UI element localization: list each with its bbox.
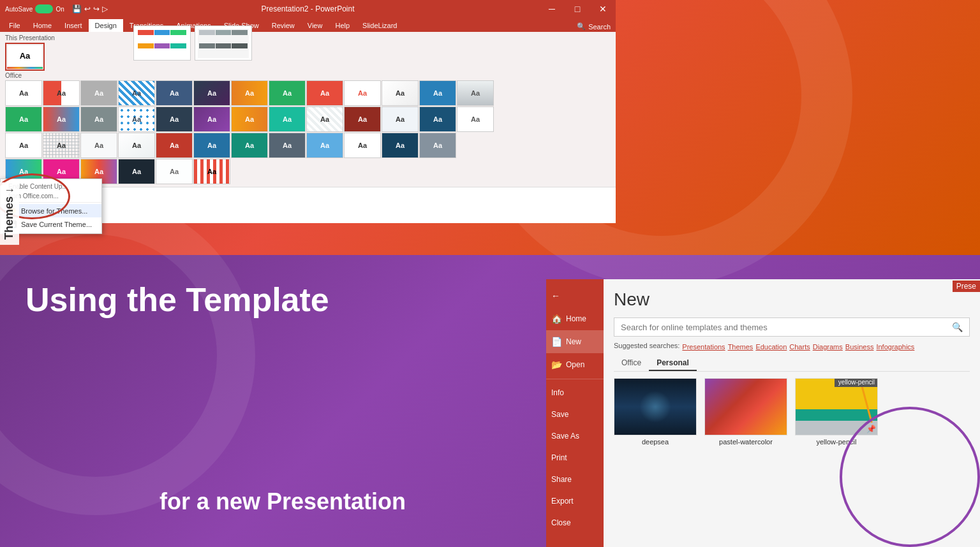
theme-mint1[interactable]: Aa — [269, 106, 306, 132]
sidebar-item-share[interactable]: Share — [546, 469, 604, 490]
theme-dark1[interactable]: Aa — [193, 80, 230, 106]
theme-navy2[interactable]: Aa — [382, 133, 419, 158]
theme-purple1[interactable]: Aa — [193, 106, 230, 132]
yellow-pencil-tooltip: yellow-pencil — [835, 378, 878, 387]
tag-infographics[interactable]: Infographics — [876, 343, 914, 351]
redo-icon[interactable]: ↪ — [93, 4, 100, 13]
this-pres-label: This Presentation — [5, 34, 55, 41]
theme-navy1[interactable]: Aa — [419, 106, 456, 132]
theme-teal2[interactable]: Aa — [231, 133, 268, 158]
sidebar-item-info[interactable]: Info — [546, 382, 604, 404]
template-deepsea[interactable]: deepsea — [614, 378, 697, 446]
theme-blue3[interactable]: Aa — [193, 133, 230, 158]
tab-insert[interactable]: Insert — [58, 19, 89, 32]
maximize-button[interactable]: □ — [565, 0, 590, 18]
new-dialog-title: New — [614, 289, 970, 310]
tab-review[interactable]: Review — [265, 19, 301, 32]
theme-gray2[interactable]: Aa — [80, 106, 117, 132]
template-yellow-pencil-label: yellow-pencil — [817, 438, 857, 446]
sidebar-item-export[interactable]: Export — [546, 490, 604, 512]
theme-checked[interactable]: Aa — [306, 106, 343, 132]
theme-office[interactable]: Aa — [5, 80, 42, 106]
template-search-input[interactable] — [621, 323, 952, 332]
tag-presentations[interactable]: Presentations — [682, 343, 725, 351]
theme-offwhite[interactable]: Aa — [80, 133, 117, 158]
theme-blue1[interactable]: Aa — [156, 80, 193, 106]
tab-file[interactable]: File — [3, 19, 27, 32]
tag-diagrams[interactable]: Diagrams — [813, 343, 843, 351]
theme-dots[interactable]: Aa — [118, 106, 155, 132]
theme-light1[interactable]: Aa — [382, 106, 419, 132]
theme-gray1[interactable]: Aa — [80, 80, 117, 106]
theme-beige[interactable]: Aa — [156, 159, 193, 184]
theme-striped[interactable]: Aa — [118, 80, 155, 106]
slide-thumb-2[interactable] — [195, 26, 252, 61]
theme-red1[interactable]: Aa — [306, 80, 343, 106]
theme-azure[interactable]: Aa — [306, 133, 343, 158]
autosave-toggle[interactable] — [35, 4, 53, 13]
theme-blue2[interactable]: Aa — [419, 80, 456, 106]
theme-teal1[interactable]: Aa — [269, 80, 306, 106]
theme-darkred[interactable]: Aa — [344, 106, 381, 132]
template-search-button[interactable]: 🔍 — [952, 322, 963, 332]
tag-themes[interactable]: Themes — [728, 343, 754, 351]
template-gallery: deepsea pastel-watercolor yellow-pencil … — [614, 378, 970, 446]
tab-home[interactable]: Home — [27, 19, 58, 32]
sidebar-item-save[interactable]: Save — [546, 404, 604, 425]
close-button[interactable]: ✕ — [590, 0, 616, 18]
sidebar-back-button[interactable]: ← — [546, 284, 604, 307]
main-title: Using the Template — [26, 281, 329, 319]
theme-slate1[interactable]: Aa — [269, 133, 306, 158]
sidebar-item-open[interactable]: 📂 Open — [546, 353, 604, 376]
tab-office[interactable]: Office — [614, 356, 649, 371]
office-label: Office — [5, 72, 494, 79]
theme-multi1[interactable]: Aa — [382, 80, 419, 106]
tab-view[interactable]: View — [301, 19, 329, 32]
theme-plain[interactable]: Aa — [344, 133, 381, 158]
theme-white2[interactable]: Aa — [5, 133, 42, 158]
theme-colorful1[interactable]: Aa — [43, 80, 80, 106]
theme-colorful2[interactable]: Aa — [43, 106, 80, 132]
sidebar-item-close[interactable]: Close — [546, 512, 604, 534]
slide-thumb-1[interactable] — [133, 26, 191, 61]
theme-gray3[interactable]: Aa — [419, 133, 456, 158]
save-icon[interactable]: 💾 — [72, 4, 82, 13]
search-label[interactable]: Search — [588, 23, 611, 31]
theme-green1[interactable]: Aa — [5, 106, 42, 132]
themes-row-3: Aa Aa Aa Aa Aa Aa Aa Aa Aa Aa Aa Aa — [5, 133, 494, 158]
theme-dark3[interactable]: Aa — [118, 159, 155, 184]
tag-charts[interactable]: Charts — [789, 343, 810, 351]
template-yellow-pencil[interactable]: yellow-pencil 📌 yellow-pencil — [795, 378, 878, 446]
current-theme-box[interactable]: Aa — [5, 43, 45, 71]
theme-dark2[interactable]: Aa — [156, 106, 193, 132]
search-bar: 🔍 — [614, 317, 970, 337]
sidebar-info-label: Info — [551, 388, 564, 397]
theme-white-red[interactable]: Aa — [344, 80, 381, 106]
suggested-label: Suggested searches: — [614, 342, 679, 349]
tab-help[interactable]: Help — [329, 19, 356, 32]
template-pastel-watercolor[interactable]: pastel-watercolor — [704, 378, 787, 446]
tab-personal[interactable]: Personal — [649, 356, 697, 371]
tab-design[interactable]: Design — [89, 19, 123, 32]
sidebar-item-home[interactable]: 🏠 Home — [546, 307, 604, 330]
office-themes-section: Office Aa Aa Aa Aa Aa Aa Aa Aa Aa Aa Aa — [5, 72, 494, 184]
theme-minimal1[interactable]: Aa — [457, 106, 494, 132]
theme-mixed1[interactable]: Aa — [118, 133, 155, 158]
sidebar-item-new[interactable]: 📄 New — [546, 330, 604, 353]
theme-crosshatch[interactable]: Aa — [43, 133, 80, 158]
sidebar-item-save-as[interactable]: Save As — [546, 425, 604, 447]
theme-red2[interactable]: Aa — [156, 133, 193, 158]
pin-icon: 📌 — [866, 425, 876, 434]
tag-business[interactable]: Business — [845, 343, 874, 351]
tab-slidelizard[interactable]: SlideLizard — [356, 19, 403, 32]
sidebar-open-label: Open — [566, 360, 584, 369]
present-icon[interactable]: ▷ — [102, 4, 108, 13]
sidebar-item-print[interactable]: Print — [546, 447, 604, 469]
theme-stripe2[interactable]: Aa — [193, 159, 230, 184]
theme-yellow1[interactable]: Aa — [231, 106, 268, 132]
theme-orange1[interactable]: Aa — [231, 80, 268, 106]
tag-education[interactable]: Education — [755, 343, 787, 351]
theme-scroll[interactable]: Aa — [457, 80, 494, 106]
minimize-button[interactable]: ─ — [539, 0, 565, 18]
undo-icon[interactable]: ↩ — [84, 4, 91, 13]
